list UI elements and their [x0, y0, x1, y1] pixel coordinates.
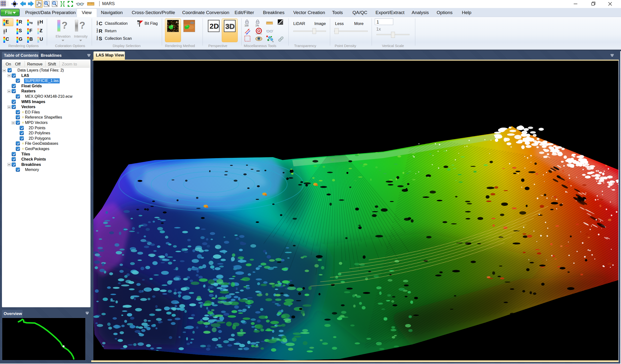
- svg-text:0: 0: [138, 21, 138, 22]
- svg-text:1%: 1%: [256, 24, 259, 27]
- svg-text:1: 1: [138, 22, 139, 25]
- svg-text:2D: 2D: [209, 22, 219, 30]
- svg-text:100: 100: [244, 24, 249, 27]
- svg-text:3D: 3D: [225, 22, 235, 30]
- svg-text:N: N: [272, 40, 274, 43]
